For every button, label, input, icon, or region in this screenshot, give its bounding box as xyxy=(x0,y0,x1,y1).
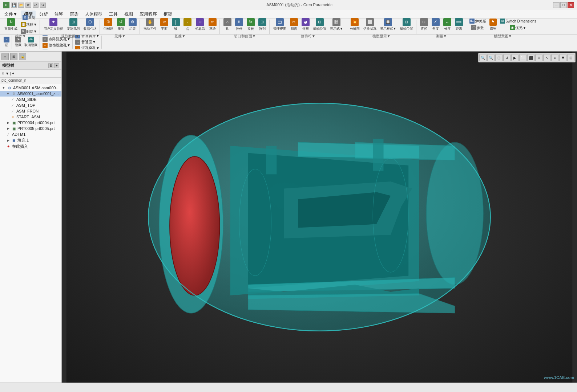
btn-angle[interactable]: ∠ 角度 xyxy=(430,17,441,32)
btn-flag[interactable]: ⚑ 旗标 xyxy=(488,18,498,32)
menu-view[interactable]: 视图 xyxy=(121,11,136,18)
menu-analysis[interactable]: 分析 xyxy=(36,11,51,18)
minimize-btn[interactable]: ─ xyxy=(553,2,560,8)
quick-access-icon2[interactable]: 📂 xyxy=(18,3,24,8)
rt-solid[interactable]: ⬛ xyxy=(527,54,534,61)
btn-length[interactable]: ↔ 长度 xyxy=(442,17,453,32)
deco-thread-icon: ○ xyxy=(43,43,48,48)
btn-axis[interactable]: │ 轴 xyxy=(170,17,181,32)
btn-edit-pos2[interactable]: ⊡ 编辑位置 xyxy=(399,17,415,32)
btn-appearance[interactable]: ◕ 外观 xyxy=(300,17,311,32)
btn-revolve[interactable]: ↻ 旋转 xyxy=(245,17,256,32)
flag-icon: ⚑ xyxy=(489,19,497,26)
tree-item-asm0001[interactable]: ▼ ⚙ ASM0001_.asm0001_zkr100 xyxy=(0,91,61,97)
rt-grid[interactable]: ≡ xyxy=(551,54,558,61)
edit-pos-icon: ⊡ xyxy=(316,18,324,26)
btn-regenerate[interactable]: ↻ 重新生成 xyxy=(3,17,19,32)
btn-create[interactable]: ① ①创建 xyxy=(102,17,115,32)
btn-shrink-wrap[interactable]: ⬡ 收缩包络 xyxy=(82,17,98,32)
btn-copy[interactable]: ⧉ 复制 xyxy=(20,15,38,21)
menu-human[interactable]: 人体模型 xyxy=(82,11,105,18)
btn-user-feature[interactable]: ★ 用户定义特征 xyxy=(42,17,65,32)
btn-youjian[interactable]: ◉ 优见▼ xyxy=(499,25,537,31)
btn-display-style[interactable]: 眼 显示式▼ xyxy=(328,17,344,32)
btn-disp-style2[interactable]: 🔲 显示样式▼ xyxy=(379,17,398,32)
rt-grid2[interactable]: ≣ xyxy=(559,54,566,61)
maximize-btn[interactable]: □ xyxy=(560,2,567,8)
btn-reset[interactable]: ↺ 重置 xyxy=(116,17,126,32)
quick-access-icon1[interactable]: 💾 xyxy=(11,3,17,8)
rt-wire[interactable]: ⬜ xyxy=(519,54,526,61)
sidebar-btn3[interactable]: 🔒 xyxy=(19,53,26,60)
tree-item-insert[interactable]: ✦ 在此插入 xyxy=(0,143,61,150)
sidebar-btn1[interactable]: ≡ xyxy=(1,53,9,60)
btn-relations[interactable]: d= d=关系 xyxy=(468,18,487,24)
quick-access-icon3[interactable]: ⟳ xyxy=(25,3,31,8)
rt-curve[interactable]: ∿ xyxy=(543,54,550,61)
btn-section[interactable]: ✂ 截面 xyxy=(288,17,299,32)
btn-plane[interactable]: ▱ 平面 xyxy=(159,17,170,32)
close-btn[interactable]: ✕ xyxy=(568,2,574,8)
btn-cbore-through[interactable]: ○ 沉孔穿孔▼ xyxy=(74,45,100,49)
tree-item-prt0004[interactable]: ▶ ▣ PRT0004 prt0004.prt xyxy=(0,120,61,126)
btn-params[interactable]: { } 参数 xyxy=(468,25,487,31)
btn-manage-view[interactable]: 🗖 管理视图 xyxy=(272,17,288,32)
btn-edit-pos[interactable]: ⊡ 编辑位置 xyxy=(312,17,328,32)
delete-icon: ✕ xyxy=(21,29,26,34)
menu-render[interactable]: 渲染 xyxy=(67,11,81,18)
btn-copy-geo[interactable]: ⊞ 复制几何 xyxy=(65,17,81,32)
tree-item-prt0005[interactable]: ▶ ▣ PRT0005 prt0005.prt xyxy=(0,126,61,131)
rt-play[interactable]: ▶ xyxy=(511,54,519,61)
tree-expand-btn[interactable]: + xyxy=(54,63,59,68)
shrink-wrap-icon: ⬡ xyxy=(86,18,94,26)
btn-point[interactable]: · 点 xyxy=(182,17,193,32)
icon-insert: ✦ xyxy=(6,144,11,149)
tree-item-asm-top[interactable]: ∕ ASM_TOP xyxy=(0,102,61,108)
btn-csys[interactable]: ⊕ 坐标系 xyxy=(194,17,206,32)
btn-explode[interactable]: 💥 分解图 xyxy=(348,17,361,32)
tree-item-adtm1[interactable]: ∕ ADTM1 xyxy=(0,131,61,137)
menu-file[interactable]: 文件▼ xyxy=(1,11,20,18)
menu-annotation[interactable]: 注释 xyxy=(52,11,66,18)
btn-assemble[interactable]: ⚙ 组装 xyxy=(127,17,138,32)
sidebar-btn2[interactable]: ⊞ xyxy=(10,53,17,60)
btn-sketch[interactable]: ✏ 草绘 xyxy=(207,17,218,32)
tree-item-start-asm[interactable]: ✳ START_ASM xyxy=(0,114,61,120)
btn-hole[interactable]: ○ 孔 xyxy=(222,17,233,32)
tree-item-asm-side[interactable]: ∕ ASM_SIDE xyxy=(0,97,61,102)
group-label-model-intent: 模型意图▼ xyxy=(494,34,512,39)
tree-settings-btn[interactable]: ⚙ xyxy=(48,63,53,68)
btn-paste[interactable]: 📋 粘贴▼ xyxy=(20,21,38,28)
btn-through-hole-label: 普通贯穿▼ xyxy=(81,35,100,38)
btn-drag[interactable]: ✋ 拖动元件 xyxy=(142,17,158,32)
quick-access-icon5[interactable]: ↪ xyxy=(40,3,46,8)
menu-framework[interactable]: 框架 xyxy=(161,11,175,18)
btn-pattern[interactable]: ⊞ 阵列 xyxy=(257,17,268,32)
btn-toggle-state[interactable]: ⬜ 切换状况 xyxy=(362,17,378,32)
tree-item-root[interactable]: ▼ ⚙ ASM0001.ASM asm0001.asm xyxy=(0,85,61,91)
group-label-component: 元件▼ xyxy=(114,34,125,39)
rt-fit[interactable]: ⊡ xyxy=(495,54,503,61)
right-toolbar: 🔍 🔍 ⊡ ↺ ▶ ⬜ ⬛ ⊕ ∿ ≡ ≣ ⊞ xyxy=(478,53,576,62)
quick-access-icon4[interactable]: ↩ xyxy=(33,3,39,8)
btn-switch-dim[interactable]: ⊞ Switch Dimensions xyxy=(499,18,537,24)
btn-surface-hole[interactable]: ○ 普通面▼ xyxy=(74,39,100,45)
rt-zoom-in[interactable]: 🔍 xyxy=(479,54,487,61)
rt-zoom-out[interactable]: 🔍 xyxy=(487,54,495,61)
btn-deco-thread[interactable]: ○ 修饰螺纹孔▼ xyxy=(42,42,71,48)
menu-tools[interactable]: 工具 xyxy=(106,11,121,18)
viewport[interactable]: 🔍 🔍 ⊡ ↺ ▶ ⬜ ⬛ ⊕ ∿ ≡ ≣ ⊞ xyxy=(62,52,577,383)
btn-extrude[interactable]: ⬆ 拉伸 xyxy=(234,17,245,32)
regenerate-icon: ↻ xyxy=(7,18,15,26)
menu-apps[interactable]: 应用程序 xyxy=(137,11,160,18)
btn-distance[interactable]: ⟺ 距离 xyxy=(453,17,464,32)
btn-layer[interactable]: ≡ 层 xyxy=(3,36,11,48)
rt-pattern[interactable]: ⊞ xyxy=(567,54,574,61)
rt-csys[interactable]: ⊕ xyxy=(535,54,542,61)
rt-reset-view[interactable]: ↺ xyxy=(503,54,511,61)
btn-section-label: 截面 xyxy=(291,26,297,31)
tree-item-fill1[interactable]: ▶ ◼ 填充 1 xyxy=(0,137,61,143)
btn-countersink2[interactable]: ○ 沉头孔▼ xyxy=(42,49,71,50)
tree-item-asm-front[interactable]: ∕ ASM_FRON xyxy=(0,108,61,114)
btn-diameter[interactable]: ⊙ 直径 xyxy=(419,17,429,32)
